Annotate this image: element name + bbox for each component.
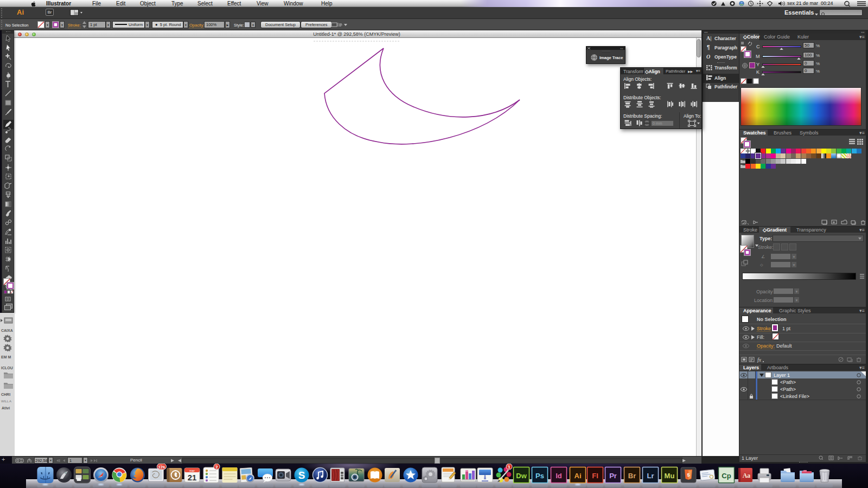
svg-text:Ai: Ai xyxy=(575,472,582,480)
svg-text:A|: A| xyxy=(706,35,711,41)
svg-text:2: 2 xyxy=(215,465,218,470)
svg-text:5: 5 xyxy=(687,472,690,478)
svg-text:Id: Id xyxy=(556,472,562,480)
svg-text:fx: fx xyxy=(757,357,762,363)
svg-text:¶: ¶ xyxy=(707,44,710,50)
svg-text:21: 21 xyxy=(188,473,197,482)
svg-text:Cp: Cp xyxy=(722,472,731,480)
svg-text:Fl: Fl xyxy=(592,472,598,480)
svg-text:Dw: Dw xyxy=(516,472,527,480)
svg-text:Lr: Lr xyxy=(647,472,654,480)
svg-text:126: 126 xyxy=(158,465,165,470)
svg-text:mar: mar xyxy=(189,469,195,472)
svg-text:O: O xyxy=(706,54,710,60)
svg-text:Aa: Aa xyxy=(743,472,751,479)
svg-text:Pr: Pr xyxy=(609,472,617,480)
svg-text:1: 1 xyxy=(508,465,510,470)
svg-text:Br: Br xyxy=(628,472,636,480)
svg-text:Ps: Ps xyxy=(535,472,544,480)
svg-text:S: S xyxy=(298,470,305,481)
svg-text:Mu: Mu xyxy=(665,472,675,480)
